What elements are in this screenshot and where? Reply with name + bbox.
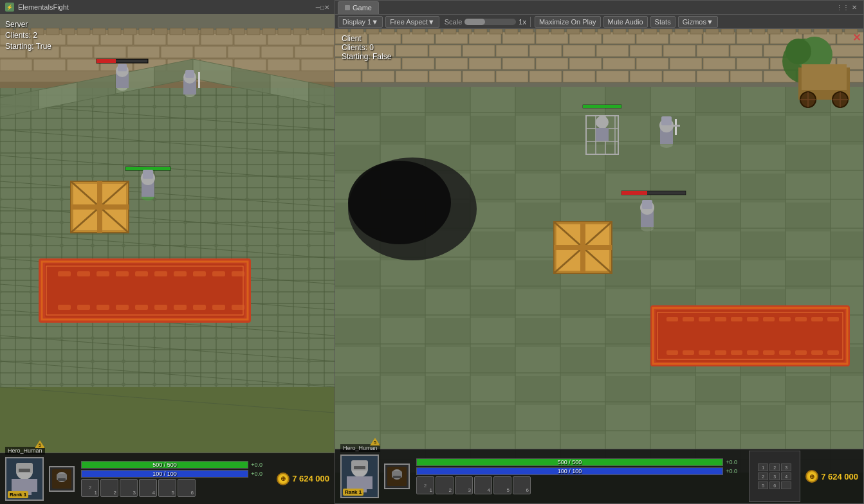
svg-rect-213 bbox=[351, 29, 363, 34]
close-button[interactable]: ✕ bbox=[324, 4, 329, 11]
skill-num-2: 2 bbox=[114, 490, 116, 496]
aspect-selector[interactable]: Free Aspect ▼ bbox=[385, 16, 439, 28]
svg-rect-134 bbox=[143, 170, 153, 179]
client-skill-slot-3[interactable]: 3 bbox=[455, 476, 473, 494]
svg-rect-239 bbox=[752, 29, 765, 34]
svg-rect-293 bbox=[740, 174, 786, 203]
svg-rect-385 bbox=[580, 222, 585, 273]
client-clients: Clients: 0 bbox=[342, 43, 391, 52]
game-tab-label: Game bbox=[353, 4, 372, 12]
mp-row: 100 / 100 +0.0 bbox=[81, 470, 269, 478]
client-mini-panel: 1 2 3 2 3 4 5 6 bbox=[749, 451, 800, 502]
skill-slot-2[interactable]: 2 bbox=[100, 479, 118, 497]
skill-slot-5[interactable]: 5 bbox=[158, 479, 176, 497]
svg-rect-347 bbox=[683, 317, 694, 321]
svg-rect-96 bbox=[135, 271, 148, 276]
svg-rect-69 bbox=[201, 28, 214, 35]
svg-rect-303 bbox=[650, 231, 695, 260]
gizmos-btn[interactable]: Gizmos ▼ bbox=[678, 16, 718, 28]
svg-rect-223 bbox=[505, 29, 518, 34]
client-skill-slot-5[interactable]: 5 bbox=[493, 476, 511, 494]
svg-rect-291 bbox=[560, 174, 605, 203]
client-hp-row: 500 / 500 +0.0 bbox=[416, 458, 744, 466]
svg-rect-39 bbox=[94, 46, 126, 58]
svg-rect-189 bbox=[636, 58, 668, 69]
client-skill-slot-main[interactable] bbox=[384, 464, 410, 489]
svg-rect-307 bbox=[425, 260, 470, 289]
mute-btn[interactable]: Mute Audio bbox=[603, 16, 648, 28]
skill-slot-1[interactable]: 21 bbox=[81, 479, 99, 497]
gold-coin-icon: ⊕ bbox=[277, 473, 290, 485]
client-skill-slot-1[interactable]: 21 bbox=[416, 476, 434, 494]
svg-rect-101 bbox=[232, 271, 244, 276]
server-starting: Starting: True bbox=[5, 41, 51, 52]
svg-rect-212 bbox=[335, 29, 348, 34]
svg-rect-97 bbox=[154, 271, 167, 276]
stats-label: Stats bbox=[655, 18, 671, 26]
skill-num-4: 4 bbox=[152, 490, 155, 496]
hp-bar-bg: 500 / 500 bbox=[81, 461, 248, 469]
skill-slot-3[interactable]: 3 bbox=[120, 479, 138, 497]
maximize-btn[interactable]: Maximize On Play bbox=[535, 16, 601, 28]
svg-rect-190 bbox=[670, 58, 702, 69]
svg-rect-62 bbox=[93, 28, 106, 35]
svg-rect-219 bbox=[443, 29, 456, 34]
svg-rect-92 bbox=[58, 271, 71, 276]
skill-slot-main[interactable] bbox=[49, 466, 75, 492]
svg-rect-349 bbox=[715, 317, 726, 321]
svg-rect-94 bbox=[97, 271, 109, 276]
svg-rect-233 bbox=[659, 29, 672, 34]
svg-rect-140 bbox=[12, 479, 18, 492]
svg-rect-216 bbox=[397, 29, 410, 34]
svg-rect-10 bbox=[0, 78, 335, 400]
mini-cell-6: 4 bbox=[781, 473, 791, 480]
svg-rect-68 bbox=[185, 28, 198, 35]
svg-rect-301 bbox=[470, 231, 515, 260]
svg-rect-98 bbox=[174, 271, 187, 276]
svg-rect-183 bbox=[436, 58, 468, 69]
svg-rect-107 bbox=[154, 305, 167, 310]
svg-rect-221 bbox=[474, 29, 487, 34]
svg-rect-243 bbox=[814, 29, 827, 34]
svg-rect-48 bbox=[67, 59, 99, 71]
skill-slot-4[interactable]: 4 bbox=[139, 479, 157, 497]
level-text: 5 bbox=[39, 443, 41, 447]
svg-rect-203 bbox=[563, 71, 595, 82]
server-scene bbox=[0, 14, 335, 504]
svg-rect-95 bbox=[116, 271, 129, 276]
rank-badge: Rank 1 bbox=[8, 491, 28, 498]
title-bar[interactable]: ⚡ ElementalsFight ─ □ ✕ bbox=[0, 0, 335, 14]
svg-rect-176 bbox=[730, 45, 762, 57]
svg-rect-220 bbox=[459, 29, 472, 34]
skill-slot-6[interactable]: 6 bbox=[178, 479, 196, 497]
client-mp-change: +0.0 bbox=[726, 468, 744, 474]
scale-value: 1x bbox=[519, 18, 526, 26]
svg-rect-41 bbox=[161, 46, 193, 58]
scale-slider[interactable] bbox=[464, 19, 516, 25]
svg-rect-323 bbox=[380, 347, 425, 376]
minimize-button[interactable]: ─ bbox=[316, 4, 320, 11]
svg-rect-206 bbox=[663, 71, 695, 82]
svg-rect-286 bbox=[605, 145, 650, 174]
svg-rect-45 bbox=[295, 46, 333, 58]
svg-rect-282 bbox=[831, 116, 863, 145]
game-close-icon[interactable]: ✕ bbox=[848, 1, 861, 14]
client-hero-portrait: Rank 1 bbox=[340, 455, 379, 498]
svg-rect-33 bbox=[234, 33, 266, 45]
svg-rect-65 bbox=[139, 28, 152, 35]
game-menu-icon[interactable]: ⋮⋮ bbox=[838, 3, 848, 13]
svg-rect-170 bbox=[529, 45, 562, 57]
svg-rect-236 bbox=[706, 29, 719, 34]
stats-btn[interactable]: Stats bbox=[650, 16, 676, 28]
client-skill-slot-4[interactable]: 4 bbox=[474, 476, 492, 494]
svg-rect-226 bbox=[551, 29, 564, 34]
svg-rect-338 bbox=[650, 405, 695, 434]
svg-rect-76 bbox=[309, 28, 322, 35]
game-tab[interactable]: Game bbox=[338, 1, 379, 14]
client-skill-num-4: 4 bbox=[488, 487, 490, 493]
client-skill-slot-6[interactable]: 6 bbox=[513, 476, 531, 494]
display-selector[interactable]: Display 1 ▼ bbox=[338, 16, 383, 28]
svg-rect-196 bbox=[335, 71, 361, 82]
client-mp-row: 100 / 100 +0.0 bbox=[416, 467, 744, 475]
client-skill-slot-2[interactable]: 2 bbox=[436, 476, 454, 494]
